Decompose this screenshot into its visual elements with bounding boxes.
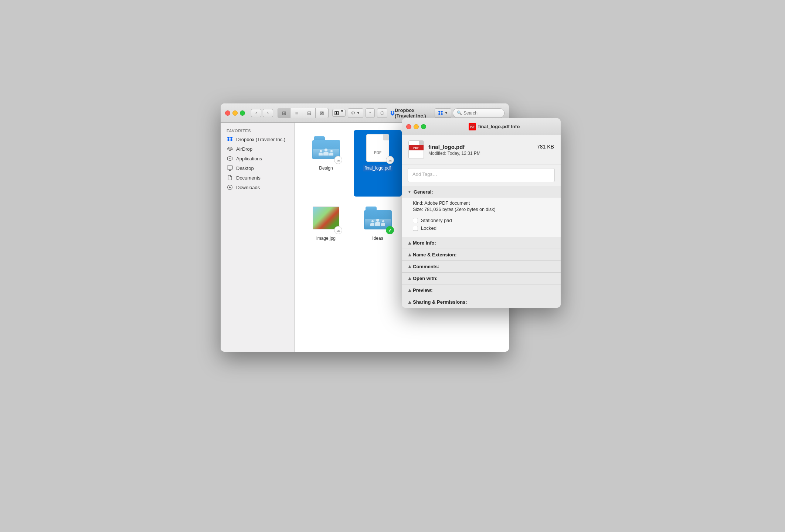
info-close-button[interactable] bbox=[406, 124, 411, 129]
info-pdf-red-bar: PDF bbox=[409, 145, 424, 150]
traffic-lights bbox=[225, 110, 245, 116]
locked-checkbox[interactable] bbox=[413, 226, 418, 231]
cover-flow-icon: ⊠ bbox=[320, 110, 324, 116]
sidebar-item-downloads[interactable]: Downloads bbox=[221, 183, 294, 192]
pdf-file-icon: PDF bbox=[366, 134, 389, 162]
file-item-image[interactable]: ☁ image.jpg bbox=[302, 200, 350, 267]
tags-field[interactable]: Add Tags… bbox=[408, 168, 555, 182]
info-section-sharing: ▶ Sharing & Permissions: bbox=[402, 296, 561, 308]
forward-button[interactable]: › bbox=[263, 109, 273, 117]
open-with-section-header[interactable]: ▶ Open with: bbox=[402, 273, 561, 284]
info-section-name-ext: ▶ Name & Extension: bbox=[402, 249, 561, 260]
view-buttons: ⊞ ≡ ⊟ ⊠ bbox=[278, 108, 329, 118]
comments-section-header[interactable]: ▶ Comments: bbox=[402, 261, 561, 272]
info-section-general: ▼ General: Kind: Adobe PDF document Size… bbox=[402, 186, 561, 237]
final-logo-label: final_logo.pdf bbox=[363, 165, 392, 171]
sidebar-airdrop-label: AirDrop bbox=[236, 146, 252, 152]
icon-view-button[interactable]: ⊞ bbox=[278, 108, 290, 118]
arrange-dropdown-icon: ▼ bbox=[340, 109, 344, 116]
search-input[interactable] bbox=[463, 110, 500, 116]
arrange-button[interactable]: ⊞ ▼ bbox=[332, 109, 346, 117]
info-title-bar: PDF final_logo.pdf Info bbox=[402, 118, 561, 135]
file-item-final-logo[interactable]: PDF ☁ final_logo.pdf bbox=[354, 130, 402, 197]
window-title: Dropbox (Traveler Inc.) bbox=[390, 108, 435, 119]
comments-label: Comments: bbox=[413, 264, 439, 269]
info-modified: Modified: Today, 12:31 PM bbox=[428, 151, 554, 156]
sidebar-item-applications[interactable]: Applications bbox=[221, 154, 294, 163]
design-folder-icon bbox=[312, 136, 340, 159]
sidebar-item-desktop[interactable]: Desktop bbox=[221, 163, 294, 173]
info-section-preview: ▶ Preview: bbox=[402, 284, 561, 296]
more-info-triangle-icon: ▶ bbox=[407, 242, 411, 245]
stationery-label: Stationery pad bbox=[421, 218, 452, 223]
name-ext-label: Name & Extension: bbox=[413, 252, 456, 258]
file-item-ideas[interactable]: ✓ Ideas bbox=[354, 200, 402, 267]
svg-rect-2 bbox=[227, 166, 232, 170]
sidebar-desktop-label: Desktop bbox=[236, 166, 254, 171]
sharing-label: Sharing & Permissions: bbox=[413, 299, 467, 305]
info-header: PDF final_logo.pdf 781 KB Modified: Toda… bbox=[402, 135, 561, 164]
dropbox-sidebar-icon bbox=[227, 136, 233, 143]
list-view-button[interactable]: ≡ bbox=[290, 108, 303, 118]
minimize-button[interactable] bbox=[232, 110, 238, 116]
open-with-triangle-icon: ▶ bbox=[407, 277, 411, 280]
size-label: Size: bbox=[413, 207, 423, 212]
general-section-body: Kind: Adobe PDF document Size: 781,036 b… bbox=[402, 198, 561, 237]
info-title-text: PDF final_logo.pdf Info bbox=[432, 123, 556, 130]
cover-flow-button[interactable]: ⊠ bbox=[316, 108, 328, 118]
open-with-label: Open with: bbox=[413, 276, 438, 281]
stationery-checkbox[interactable] bbox=[413, 218, 418, 223]
ideas-check-badge: ✓ bbox=[386, 226, 394, 234]
column-view-button[interactable]: ⊟ bbox=[303, 108, 316, 118]
close-button[interactable] bbox=[225, 110, 230, 116]
sidebar: Favorites Dropbox (Traveler Inc.) bbox=[221, 123, 295, 352]
dropbox-dropdown-icon: ▼ bbox=[445, 111, 448, 115]
sidebar-item-dropbox[interactable]: Dropbox (Traveler Inc.) bbox=[221, 134, 294, 144]
more-info-label: More Info: bbox=[413, 240, 436, 246]
back-icon: ‹ bbox=[255, 110, 257, 116]
info-maximize-button[interactable] bbox=[421, 124, 426, 129]
search-bar[interactable]: 🔍 bbox=[453, 108, 504, 118]
image-thumbnail bbox=[313, 207, 339, 229]
info-file-details: final_logo.pdf 781 KB Modified: Today, 1… bbox=[428, 144, 554, 156]
preview-label: Preview: bbox=[413, 287, 432, 293]
svg-point-1 bbox=[229, 158, 230, 159]
name-ext-section-header[interactable]: ▶ Name & Extension: bbox=[402, 249, 561, 260]
kind-label: Kind: bbox=[413, 201, 424, 206]
stationery-row: Stationery pad bbox=[413, 218, 555, 223]
size-value: 781,036 bytes (Zero bytes on disk) bbox=[424, 207, 495, 212]
maximize-button[interactable] bbox=[240, 110, 245, 116]
sharing-section-header[interactable]: ▶ Sharing & Permissions: bbox=[402, 296, 561, 308]
design-label: Design bbox=[317, 165, 334, 171]
share-button[interactable]: ↑ bbox=[366, 108, 375, 118]
info-pdf-icon: PDF bbox=[408, 140, 424, 159]
sidebar-applications-label: Applications bbox=[236, 156, 262, 161]
file-item-design[interactable]: ☁ Design bbox=[302, 130, 350, 197]
preview-section-header[interactable]: ▶ Preview: bbox=[402, 284, 561, 296]
action-button[interactable]: ⚙ ▼ bbox=[348, 108, 363, 118]
final-logo-cloud-badge: ☁ bbox=[386, 156, 394, 164]
sidebar-downloads-label: Downloads bbox=[236, 185, 260, 190]
image-icon-container: ☁ bbox=[311, 203, 341, 233]
column-view-icon: ⊟ bbox=[307, 110, 312, 116]
list-view-icon: ≡ bbox=[295, 110, 298, 116]
info-filesize: 781 KB bbox=[537, 144, 554, 150]
back-button[interactable]: ‹ bbox=[251, 109, 261, 117]
forward-icon: › bbox=[267, 110, 269, 116]
general-section-header[interactable]: ▼ General: bbox=[402, 186, 561, 198]
dropbox-badge-button[interactable]: ▼ bbox=[435, 108, 451, 118]
sidebar-item-documents[interactable]: Documents bbox=[221, 173, 294, 183]
tag-icon: ⬡ bbox=[380, 110, 384, 116]
sidebar-item-airdrop[interactable]: AirDrop bbox=[221, 144, 294, 154]
svg-point-0 bbox=[229, 149, 231, 151]
documents-sidebar-icon bbox=[227, 174, 233, 181]
info-minimize-button[interactable] bbox=[414, 124, 419, 129]
sharing-triangle-icon: ▶ bbox=[407, 301, 411, 304]
locked-row: Locked bbox=[413, 225, 555, 231]
arrange-icon: ⊞ bbox=[334, 109, 339, 116]
final-logo-icon-container: PDF ☁ bbox=[363, 133, 392, 163]
tag-button[interactable]: ⬡ bbox=[377, 108, 387, 118]
more-info-section-header[interactable]: ▶ More Info: bbox=[402, 237, 561, 249]
gear-icon: ⚙ bbox=[351, 110, 355, 116]
comments-triangle-icon: ▶ bbox=[407, 265, 411, 268]
